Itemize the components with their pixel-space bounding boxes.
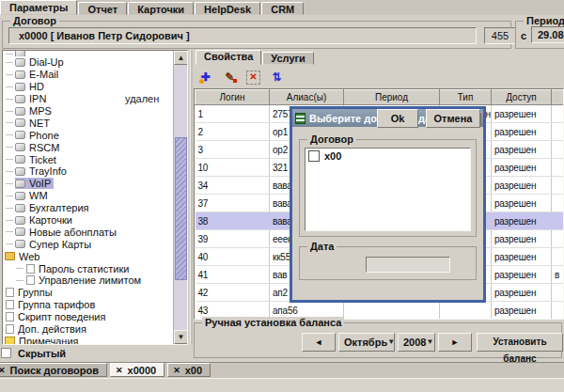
sidebar-item[interactable]: Карточки xyxy=(3,214,173,227)
add-icon[interactable]: ✚ xyxy=(197,70,213,85)
hidden-section-header[interactable]: Скрытый xyxy=(0,346,190,360)
contract-group-label: Договор xyxy=(10,15,59,26)
sidebar-item[interactable]: MPS xyxy=(3,105,173,118)
table-cell: в xyxy=(552,266,564,284)
tree-line xyxy=(6,111,13,112)
pkg-icon xyxy=(15,216,25,225)
sidebar-item[interactable]: Группы xyxy=(3,287,173,299)
sidebar-item[interactable]: Доп. действия xyxy=(3,323,173,336)
sidebar-item[interactable]: Пароль статистики xyxy=(3,262,173,274)
year-select[interactable]: 2008 ▼ xyxy=(398,333,435,352)
sidebar-item[interactable]: Dial-Up xyxy=(3,56,173,69)
top-tab-4[interactable]: CRM xyxy=(261,2,304,15)
sidebar-item[interactable]: Группа тарифов xyxy=(3,299,173,311)
sidebar-item-label: HD xyxy=(29,81,44,92)
prev-month-button[interactable]: ◄ xyxy=(302,333,336,352)
sidebar-item[interactable]: NET xyxy=(3,117,173,129)
column-header[interactable]: Алиас(ы) xyxy=(270,90,344,105)
contract-option-row[interactable]: x00 xyxy=(306,149,470,164)
pkg-icon xyxy=(15,95,25,103)
sidebar-item[interactable]: IPNудален xyxy=(3,93,173,105)
sidebar-item[interactable]: Скрипт поведения xyxy=(3,311,173,323)
table-cell: 41 xyxy=(196,266,270,284)
sidebar-item[interactable]: HD xyxy=(3,81,173,93)
set-balance-button[interactable]: Установить баланс xyxy=(477,333,563,352)
top-tab-bar: ПараметрыОтчетКарточкиHelpDeskCRM xyxy=(0,0,564,15)
sidebar-item-label: Управление лимитом xyxy=(39,274,141,286)
table-cell xyxy=(552,141,564,159)
dialog-contract-list[interactable]: x00 xyxy=(305,148,471,231)
table-cell: разрешен xyxy=(492,159,552,177)
edit-icon[interactable]: ✎ xyxy=(222,70,238,85)
table-cell: разрешен xyxy=(492,248,552,266)
sidebar-item[interactable]: Новые абонплаты xyxy=(3,226,173,238)
sidebar-item[interactable]: WM xyxy=(3,190,173,202)
top-tab-3[interactable]: HelpDesk xyxy=(195,2,260,15)
checkbox-icon[interactable] xyxy=(308,150,320,162)
sidebar-item-label: Скрипт поведения xyxy=(18,311,105,322)
sidebar-item[interactable]: TrayInfo xyxy=(3,165,173,178)
pkg-icon xyxy=(15,131,25,139)
tree-line xyxy=(6,134,13,135)
sidebar-item[interactable]: E-Mail xyxy=(3,69,173,81)
cancel-button[interactable]: Отмена xyxy=(426,109,480,128)
table-cell: 1 xyxy=(196,105,270,123)
tree-scrollbar[interactable]: ▲ ▼ xyxy=(173,51,187,344)
sidebar-item-label: Dial-Up xyxy=(29,56,64,68)
panel-divider[interactable] xyxy=(190,50,193,345)
month-select[interactable]: Октябрь ▼ xyxy=(338,333,395,352)
bottom-tab-label: x00 xyxy=(185,364,202,377)
sidebar-item[interactable]: Управление лимитом xyxy=(3,274,173,287)
top-tab-2[interactable]: Карточки xyxy=(128,2,194,15)
hidden-section-label: Скрытый xyxy=(18,348,66,359)
sidebar-item-label: Новые абонплаты xyxy=(29,227,117,238)
close-icon[interactable]: ✕ xyxy=(0,364,6,377)
bottom-tab-0[interactable]: ✕Поиск договоров xyxy=(0,363,107,377)
sidebar-item[interactable]: Ticket xyxy=(3,153,173,165)
tree-line xyxy=(16,280,24,281)
sidebar-item-label: Группы xyxy=(18,287,53,298)
table-cell: разрешен xyxy=(492,195,552,212)
dialog-date-group: Дата xyxy=(299,246,477,280)
tree-line xyxy=(6,99,13,100)
column-header[interactable] xyxy=(552,90,564,105)
bottom-tab-2[interactable]: ✕x00 xyxy=(167,363,211,377)
contract-combo[interactable]: x0000 [ Иванов Петр Сидорович ] xyxy=(8,27,477,44)
table-cell: 42 xyxy=(196,284,270,302)
bottom-tab-1[interactable]: ✕x0000 xyxy=(110,363,164,377)
delete-icon[interactable]: ✕ xyxy=(246,71,260,85)
pkg-icon xyxy=(15,143,25,151)
file-icon xyxy=(26,264,35,274)
column-header[interactable]: Логин xyxy=(196,90,270,105)
services-tree: Dial-UpE-MailHDIPNудаленMPSNETPhoneRSCMT… xyxy=(3,51,173,344)
scroll-down-icon[interactable]: ▼ xyxy=(174,330,188,344)
sidebar-item[interactable]: Супер Карты xyxy=(3,238,173,250)
scrollbar-thumb[interactable] xyxy=(175,137,187,280)
tab-0[interactable]: Свойства xyxy=(196,50,261,65)
sidebar-item[interactable]: Phone xyxy=(3,129,173,141)
sidebar-item[interactable]: Web xyxy=(3,250,173,262)
tab-1[interactable]: Услуги xyxy=(262,52,314,65)
column-header[interactable]: Доступ xyxy=(492,90,552,105)
ok-button[interactable]: Ok xyxy=(377,109,418,128)
period-group: Период с 29.08.2008 xyxy=(515,21,564,49)
date-input[interactable] xyxy=(366,257,450,273)
services-tree-panel: Dial-UpE-MailHDIPNудаленMPSNETPhoneRSCMT… xyxy=(2,50,188,345)
sidebar-item[interactable]: Примечания xyxy=(3,335,173,344)
next-month-button[interactable]: ► xyxy=(438,333,472,352)
scroll-up-icon[interactable]: ▲ xyxy=(174,51,188,65)
period-from-field[interactable]: 29.08.2008 xyxy=(531,26,564,43)
sidebar-item[interactable]: RSCM xyxy=(3,141,173,153)
top-tab-0[interactable]: Параметры xyxy=(0,0,77,15)
sidebar-item-label: Пароль статистики xyxy=(39,263,129,274)
dialog-contract-group: Договор x00 xyxy=(299,139,477,237)
tree-line xyxy=(6,54,13,55)
refresh-icon[interactable]: ⇅ xyxy=(269,70,285,85)
close-icon[interactable]: ✕ xyxy=(116,364,123,377)
top-tab-1[interactable]: Отчет xyxy=(78,2,127,15)
column-header[interactable]: Период xyxy=(344,90,440,105)
sidebar-item[interactable]: VoIP xyxy=(3,178,173,190)
sidebar-item[interactable]: Бухгалтерия xyxy=(3,202,173,214)
column-header[interactable]: Тип xyxy=(440,90,492,105)
close-icon[interactable]: ✕ xyxy=(173,364,180,377)
